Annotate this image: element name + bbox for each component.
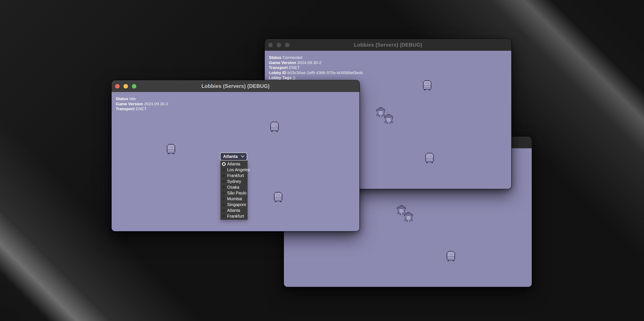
zoom-button[interactable] [132, 84, 136, 88]
radio-icon [222, 186, 225, 189]
status-label: Game Version [269, 60, 296, 65]
status-line: Lobby Tags {} [269, 75, 363, 80]
titlebar[interactable]: Lobbies (Servers) (DEBUG) [265, 39, 511, 51]
close-button[interactable] [268, 43, 273, 47]
desktop: { "app": { "name": "Lobbies (Servers) (D… [0, 0, 644, 321]
dropdown-option-label: Los Angeles [227, 167, 250, 172]
dropdown-option[interactable]: Mumbai [220, 196, 248, 202]
status-line: Status Connected [269, 55, 363, 60]
pot-sprite[interactable] [423, 80, 432, 90]
dropdown-option[interactable]: Frankfurt [220, 173, 248, 179]
minimize-button[interactable] [276, 43, 281, 47]
minimize-button[interactable] [124, 84, 128, 88]
zoom-button[interactable] [285, 43, 290, 47]
lobby-viewport: Status IdleGame Version 2024.09.30-2Tran… [112, 92, 360, 231]
region-select-value: Atlanta [223, 154, 241, 159]
dropdown-option-label: Atlanta [227, 162, 240, 167]
pot-sprite[interactable] [270, 122, 279, 132]
radio-selected-icon [222, 162, 226, 166]
status-value: 2024.09.30-2 [143, 102, 168, 106]
titlebar[interactable]: Lobbies (Servers) (DEBUG) [112, 80, 360, 92]
close-button[interactable] [115, 84, 120, 88]
status-line: Transport ENET [269, 65, 363, 70]
dropdown-option-label: São Paulo [227, 191, 246, 196]
cowboy-sprite [376, 107, 385, 117]
pot-sprite[interactable] [446, 251, 455, 261]
status-label: Lobby Tags [269, 75, 292, 80]
status-label: Transport [116, 107, 135, 111]
pot-sprite[interactable] [167, 144, 175, 154]
dropdown-option-label: Osaka [227, 185, 239, 190]
radio-icon [222, 168, 225, 171]
status-line: Game Version 2024.09.30-2 [116, 101, 168, 107]
window-title: Lobbies (Servers) (DEBUG) [354, 42, 422, 48]
dropdown-option[interactable]: Atlanta [220, 161, 248, 167]
status-value: ENET [135, 107, 147, 111]
dropdown-option[interactable]: Atlanta [220, 208, 248, 213]
status-value: Connected [281, 55, 302, 60]
radio-icon [222, 174, 225, 177]
status-label: Game Version [116, 102, 143, 106]
radio-icon [222, 203, 225, 206]
status-value: ENET [288, 65, 300, 70]
status-value: Idle [128, 96, 136, 101]
status-line: Status Idle [116, 96, 168, 101]
status-block: Status IdleGame Version 2024.09.30-2Tran… [116, 96, 168, 111]
dropdown-option[interactable]: Frankfurt [220, 213, 248, 219]
traffic-lights [115, 80, 136, 92]
pot-sprite[interactable] [425, 153, 434, 163]
dropdown-option[interactable]: Sydney [220, 179, 248, 184]
radio-icon [222, 197, 225, 200]
status-label: Status [269, 55, 281, 60]
dropdown-option-label: Atlanta [227, 208, 240, 213]
dropdown-option[interactable]: Osaka [220, 184, 248, 190]
radio-icon [222, 180, 225, 183]
dropdown-option[interactable]: Los Angeles [220, 167, 248, 173]
chevron-down-icon [241, 155, 244, 158]
status-value: b03c34ee-1ef9-4366-975e-b04586ef3edc [286, 70, 363, 75]
window-lobbies-front[interactable]: Lobbies (Servers) (DEBUG) Status IdleGam… [112, 80, 360, 231]
status-block: Status ConnectedGame Version 2024.09.30-… [269, 55, 363, 80]
dropdown-option-label: Sydney [227, 179, 241, 184]
traffic-lights [268, 39, 290, 51]
status-line: Game Version 2024.09.30-2 [269, 60, 363, 65]
radio-icon [222, 209, 225, 212]
status-label: Status [116, 96, 128, 101]
status-line: Lobby ID b03c34ee-1ef9-4366-975e-b04586e… [269, 70, 363, 75]
dropdown-option-label: Mumbai [227, 196, 242, 201]
cowboy-sprite [384, 114, 393, 124]
status-label: Transport [269, 65, 288, 70]
dropdown-option-label: Frankfurt [227, 214, 244, 219]
cowboy-sprite [404, 212, 413, 222]
pot-sprite[interactable] [274, 192, 282, 202]
status-value: {} [292, 75, 295, 80]
window-title: Lobbies (Servers) (DEBUG) [201, 83, 270, 89]
dropdown-option-label: Frankfurt [227, 173, 244, 178]
status-line: Transport ENET [116, 106, 168, 111]
radio-icon [222, 191, 225, 195]
status-label: Lobby ID [269, 70, 286, 75]
radio-icon [222, 215, 225, 218]
dropdown-option-label: Singapore [227, 202, 246, 207]
region-dropdown-menu: AtlantaLos AngelesFrankfurtSydneyOsakaSã… [220, 160, 248, 220]
dropdown-option[interactable]: São Paulo [220, 190, 248, 196]
region-select[interactable]: Atlanta [220, 153, 247, 160]
status-value: 2024.09.30-2 [296, 60, 321, 65]
dropdown-option[interactable]: Singapore [220, 202, 248, 208]
